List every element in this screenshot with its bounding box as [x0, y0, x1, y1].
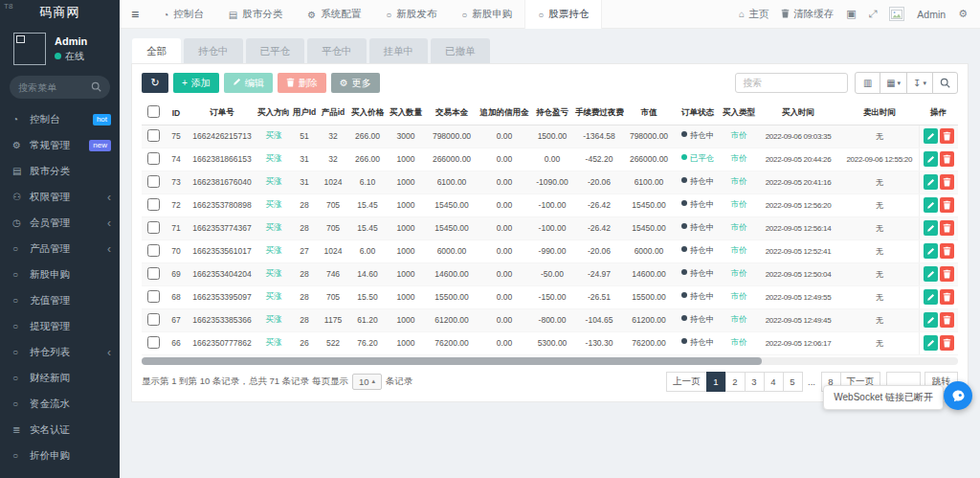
topnav-item-stock-positions[interactable]: ○股票持仓: [524, 0, 602, 29]
direction-label: 买涨: [266, 245, 282, 255]
page-size-select[interactable]: 10 ▴: [352, 374, 382, 390]
row-checkbox[interactable]: [147, 244, 160, 257]
topnav-item-system-config[interactable]: ⚙系统配置: [295, 0, 373, 29]
fullscreen-icon[interactable]: ⤢: [869, 8, 878, 20]
settings-gear-icon[interactable]: ⚙: [958, 8, 968, 20]
row-delete-button[interactable]: [940, 312, 954, 328]
chat-fab[interactable]: [944, 381, 972, 410]
row-delete-button[interactable]: [940, 335, 954, 351]
table-row[interactable]: 751662426215713买涨5132266.003000798000.00…: [142, 125, 958, 148]
buy-type-label: 市价: [731, 291, 747, 301]
row-delete-button[interactable]: [940, 266, 954, 282]
refresh-button[interactable]: ↻: [142, 73, 168, 93]
row-edit-button[interactable]: [924, 289, 938, 305]
user-avatar[interactable]: [889, 7, 904, 21]
menu-toggle-icon[interactable]: ≡: [120, 7, 150, 22]
page-button-1[interactable]: 1: [706, 372, 726, 392]
tab-cancelled[interactable]: 已撤单: [431, 38, 490, 63]
tab-holding[interactable]: 持仓中: [184, 38, 243, 63]
cell-direction: 买涨: [256, 262, 291, 285]
sidebar-item-products[interactable]: ○产品管理‹: [0, 236, 120, 262]
search-toggle-button[interactable]: [932, 72, 958, 94]
sidebar-item-fund-flow[interactable]: ○资金流水: [0, 391, 120, 417]
sidebar-item-discount-subscribe[interactable]: ○折价申购: [0, 443, 120, 468]
clear-cache-link[interactable]: 清除缓存: [781, 8, 834, 21]
row-edit-button[interactable]: [924, 151, 938, 167]
edit-button[interactable]: 编辑: [224, 73, 273, 93]
export-button[interactable]: ↧▾: [906, 72, 933, 94]
sidebar-search-input[interactable]: [18, 82, 91, 93]
sidebar-item-finance-news[interactable]: ○财经新闻: [0, 365, 120, 391]
tab-closed[interactable]: 已平仓: [246, 38, 305, 63]
delete-button[interactable]: 删除: [278, 73, 326, 93]
row-edit-button[interactable]: [924, 266, 938, 282]
row-checkbox[interactable]: [147, 290, 160, 303]
tab-all[interactable]: 全部: [132, 38, 181, 63]
row-edit-button[interactable]: [924, 335, 938, 351]
sidebar-item-recharge[interactable]: ○充值管理: [0, 287, 120, 313]
page-button-2[interactable]: 2: [725, 372, 746, 392]
table-row[interactable]: 701662353561017买涨2710246.0010006000.000.…: [142, 239, 958, 262]
page-button-5[interactable]: 5: [783, 372, 803, 392]
table-row[interactable]: 691662353404204买涨2874614.60100014600.000…: [142, 262, 958, 285]
row-checkbox[interactable]: [147, 267, 160, 280]
tab-pending[interactable]: 挂单中: [369, 38, 429, 63]
home-link[interactable]: ⌂ 主页: [739, 8, 768, 21]
row-checkbox[interactable]: [147, 313, 160, 326]
topnav-item-ipo-subscribe[interactable]: ○新股申购: [449, 0, 524, 29]
columns-toggle-button[interactable]: ▥: [855, 72, 880, 94]
row-edit-button[interactable]: [924, 220, 938, 236]
topnav-item-console[interactable]: ◔控制台: [150, 0, 216, 29]
sidebar-item-ipo-subscribe[interactable]: ○新股申购: [0, 262, 120, 287]
grid-view-button[interactable]: ▦▾: [880, 72, 907, 94]
table-row[interactable]: 671662353385366买涨28117561.20100061200.00…: [142, 308, 958, 331]
select-all-checkbox[interactable]: [147, 105, 160, 118]
table-row[interactable]: 711662353774367买涨2870515.45100015450.000…: [142, 216, 958, 239]
sidebar-item-real-name[interactable]: ≣实名认证: [0, 417, 120, 443]
row-checkbox[interactable]: [147, 152, 160, 165]
row-edit-button[interactable]: [924, 197, 938, 213]
topnav-item-market-category[interactable]: ▤股市分类: [216, 0, 295, 29]
row-checkbox[interactable]: [147, 221, 160, 234]
tab-closing[interactable]: 平仓中: [307, 38, 367, 63]
topnav-item-ipo-publish[interactable]: ○新股发布: [373, 0, 449, 29]
table-row[interactable]: 721662353780898买涨2870515.45100015450.000…: [142, 193, 958, 216]
sidebar-item-general[interactable]: ⚙常规管理new: [0, 132, 120, 158]
page-prev-button[interactable]: 上一页: [666, 372, 707, 392]
page-button-4[interactable]: 4: [764, 372, 784, 392]
sidebar-item-positions[interactable]: ○持仓列表‹: [0, 339, 120, 365]
add-button[interactable]: + 添加: [173, 73, 219, 93]
clipboard-icon[interactable]: ▣: [846, 8, 856, 20]
row-edit-button[interactable]: [924, 243, 938, 259]
topnav-username[interactable]: Admin: [917, 9, 946, 20]
row-delete-button[interactable]: [940, 151, 954, 167]
row-delete-button[interactable]: [940, 243, 954, 259]
row-delete-button[interactable]: [940, 128, 954, 144]
table-row[interactable]: 681662353395097买涨2870515.50100015500.000…: [142, 285, 958, 308]
row-delete-button[interactable]: [940, 289, 954, 305]
row-delete-button[interactable]: [940, 197, 954, 213]
row-checkbox[interactable]: [147, 198, 160, 211]
table-row[interactable]: 731662381676040买涨3110246.1010006100.000.…: [142, 171, 958, 193]
row-delete-button[interactable]: [940, 220, 954, 236]
sidebar-item-withdraw[interactable]: ○提现管理: [0, 313, 120, 339]
sidebar-item-members[interactable]: ◷会员管理‹: [0, 210, 120, 236]
row-checkbox[interactable]: [147, 175, 160, 188]
sidebar-item-market-category[interactable]: ▤股市分类: [0, 158, 120, 184]
table-row[interactable]: 661662350777862买涨2652276.20100076200.000…: [142, 331, 958, 354]
row-edit-button[interactable]: [924, 128, 938, 144]
row-checkbox[interactable]: [147, 129, 160, 142]
table-row[interactable]: 741662381866153买涨3132266.001000266000.00…: [142, 148, 958, 171]
row-edit-button[interactable]: [924, 174, 938, 190]
gear-icon: ⚙: [307, 10, 316, 20]
sidebar-item-permissions[interactable]: ⚇权限管理‹: [0, 184, 120, 210]
more-button[interactable]: ⚙ 更多: [331, 73, 380, 93]
row-checkbox[interactable]: [147, 336, 160, 349]
row-edit-button[interactable]: [924, 312, 938, 328]
row-delete-button[interactable]: [940, 174, 954, 190]
horizontal-scrollbar-thumb[interactable]: [142, 357, 762, 365]
table-search-input[interactable]: [735, 73, 848, 93]
cell-status: 持仓中: [674, 193, 722, 216]
page-button-3[interactable]: 3: [745, 372, 765, 392]
sidebar-item-console[interactable]: ◔控制台hot: [0, 106, 120, 132]
